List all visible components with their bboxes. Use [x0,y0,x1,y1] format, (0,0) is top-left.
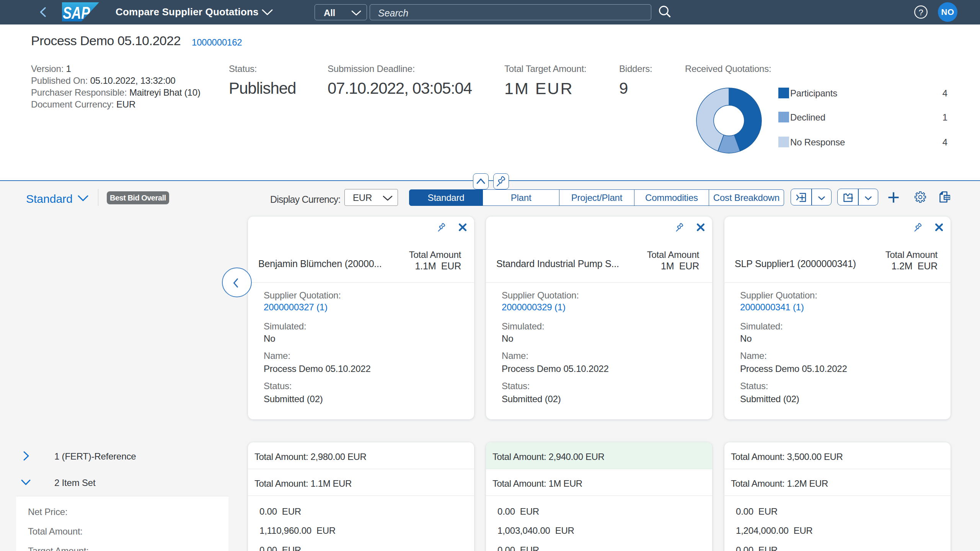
svg-text:?: ? [918,8,923,17]
svg-text:SAP: SAP [63,3,90,21]
